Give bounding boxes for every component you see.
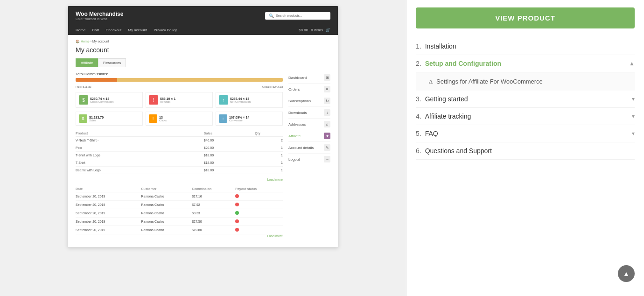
tab-resources[interactable]: Resources [98,58,126,67]
stat-value-conversion: 107.09% × 14 [229,116,280,119]
comm-amount: $19.80 [192,226,235,234]
toc-title-installation: Installation [425,42,456,50]
search-input[interactable] [276,14,327,17]
table-row: September 20, 2019 Ramona Castro $19.80 [76,226,283,234]
nav-cart[interactable]: Cart [92,28,99,32]
orders-icon: ≡ [324,86,330,92]
toc-item-faq: 5. FAQ ▾ [416,125,635,142]
comm-amount: $7.92 [192,201,235,209]
toc-number-4: 4. [416,113,421,120]
sidebar-label-orders: Orders [288,87,300,92]
sidebar-item-orders[interactable]: Orders ≡ [288,84,330,95]
product-qty: 1 [255,152,283,159]
sidebar-item-affiliate[interactable]: Affiliate ★ [288,130,330,142]
sidebar-label-affiliate: Affiliate [288,134,301,138]
toc-section-label-affiliate-tracking: 4. Affiliate tracking [416,113,471,120]
stat-conversion: ↑ 107.09% × 14 Conversion [216,112,283,126]
sidebar-item-downloads[interactable]: Downloads ↓ [288,107,330,119]
toc-number-5: 5. [416,130,421,137]
comm-amount: $17.16 [192,192,235,201]
comm-date: September 20, 2019 [76,218,141,226]
toc-section-installation[interactable]: 1. Installation [416,38,635,55]
comm-customer: Ramona Castro [141,218,192,226]
toc-section-faq[interactable]: 5. FAQ ▾ [416,125,635,142]
comm-amount: $27.50 [192,218,235,226]
col-payout: Payout status [235,186,283,192]
breadcrumb-home[interactable]: 🏠 Home [76,40,90,43]
woo-header: Woo Merchandise Color Yourself In Woo 🔍 [68,6,338,25]
toc-section-label-getting-started: 3. Getting started [416,95,468,103]
sidebar-item-account-details[interactable]: Account details ✎ [288,142,330,154]
toc-subitem-settings: a. Settings for Affiliate For WooCommerc… [429,75,635,88]
stat-gross: $ $250.74 × 14 Gross Commission [76,92,143,108]
unpaid-label: Unpaid: $242.33 [262,85,283,88]
account-sidebar: Dashboard ⊞ Orders ≡ Subscriptions ↻ Dow… [288,72,330,242]
load-more-commissions[interactable]: Load more [76,234,283,238]
tab-affiliate[interactable]: Affiliate [76,58,98,67]
sidebar-item-addresses[interactable]: Addresses ⌂ [288,119,330,130]
status-dot-red [235,219,239,223]
nav-myaccount[interactable]: My account [128,28,147,32]
scroll-up-button[interactable]: ▲ [618,265,635,282]
subscriptions-icon: ↻ [324,98,330,104]
product-name: T-Shirt [76,159,204,167]
woo-search-box[interactable]: 🔍 [265,12,330,20]
toc-item-installation: 1. Installation [416,38,635,55]
affiliate-icon: ★ [324,133,330,139]
status-dot-green [235,211,239,215]
toc-section-setup[interactable]: 2. Setup and Configuration ▲ [416,55,635,72]
product-sales: $18.00 [204,152,255,159]
toc-sublist-setup: a. Settings for Affiliate For WooCommerc… [416,72,635,91]
stat-icon-net: ↑ [219,95,228,105]
stat-icon-sales: $ [79,114,87,123]
nav-privacy[interactable]: Privacy Policy [154,28,177,32]
comm-customer: Ramona Castro [141,192,192,201]
toc-subitem-label-settings[interactable]: a. Settings for Affiliate For WooCommerc… [429,78,635,85]
stat-refunds: ! $86.10 × 1 Refunds [146,92,213,108]
toc-section-questions[interactable]: 6. Questions and Support [416,142,635,160]
stat-value-sales: $1,283.70 [89,116,140,119]
stat-value-gross: $250.74 × 14 [90,97,140,100]
nav-checkout[interactable]: Checkout [105,28,121,32]
toc-title-questions: Questions and Support [425,147,492,155]
comm-date: September 20, 2019 [76,192,141,201]
chevron-down-icon-2: ▾ [632,113,635,120]
col-sales: Sales [204,130,255,137]
sidebar-item-dashboard[interactable]: Dashboard ⊞ [288,72,330,84]
woo-nav-links: Home Cart Checkout My account Privacy Po… [76,28,177,32]
toc-section-getting-started[interactable]: 3. Getting started ▾ [416,91,635,108]
stat-icon-clicks: ! [149,114,157,123]
toc-title-setup: Setup and Configuration [425,60,501,67]
table-row: September 20, 2019 Ramona Castro $27.50 [76,218,283,226]
products-table: Product Sales Qty V-Neck T-Shirt - $40.0… [76,130,283,174]
load-more-products[interactable]: Load more [76,178,283,181]
product-qty: 2 [255,137,283,144]
product-name: T-Shirt with Logo [76,152,204,159]
woo-cart-area[interactable]: $0.00 0 items 🛒 [299,28,330,32]
commissions-table: Date Customer Commission Payout status S… [76,186,283,234]
woo-content: 🏠 Home › My account My account Affiliate… [68,35,338,247]
toc-section-label-questions: 6. Questions and Support [416,147,492,155]
table-row: September 20, 2019 Ramona Castro $7.92 [76,201,283,209]
view-product-button[interactable]: VIEW PRODUCT [416,7,635,28]
product-sales: $18.00 [204,167,255,174]
sidebar-label-downloads: Downloads [288,111,307,115]
sidebar-item-subscriptions[interactable]: Subscriptions ↻ [288,95,330,107]
comm-customer: Ramona Castro [141,201,192,209]
toc-section-affiliate-tracking[interactable]: 4. Affiliate tracking ▾ [416,108,635,125]
sidebar-label-addresses: Addresses [288,122,306,127]
sidebar-item-logout[interactable]: Logout → [288,154,330,165]
comm-status [235,226,283,234]
comm-status [235,201,283,209]
toc-number-1: 1. [416,42,421,50]
woo-screenshot: Woo Merchandise Color Yourself In Woo 🔍 … [68,6,338,247]
commissions-header: Total Commissions: [76,72,283,76]
commission-bar-paid [76,78,117,82]
comm-customer: Ramona Castro [141,209,192,218]
account-details-icon: ✎ [324,144,330,151]
stat-label-refunds: Refunds [160,100,210,103]
comm-amount: $3.33 [192,209,235,218]
stat-icon-conversion: ↑ [219,114,227,123]
nav-home[interactable]: Home [76,28,85,32]
toc-number-2: 2. [416,60,421,67]
